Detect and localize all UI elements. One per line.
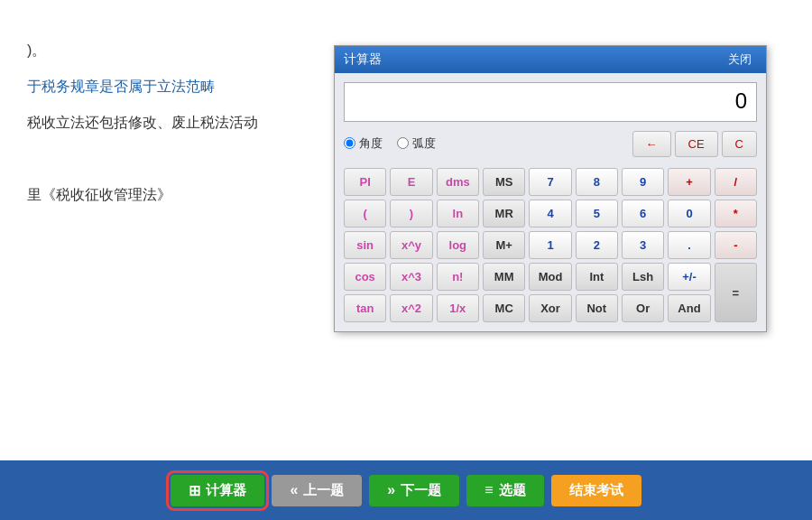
and-button[interactable]: And: [668, 294, 710, 322]
tan-button[interactable]: tan: [344, 294, 386, 322]
next-button[interactable]: » 下一题: [369, 475, 459, 506]
divide-button[interactable]: /: [715, 168, 757, 196]
close-button[interactable]: 关闭: [723, 50, 757, 70]
mc-button[interactable]: MC: [483, 294, 525, 322]
xpow2-button[interactable]: x^2: [390, 294, 432, 322]
calculator-label: 计算器: [206, 482, 246, 499]
radian-radio[interactable]: [397, 137, 409, 149]
text-line-5: 里《税收征收管理法》: [27, 181, 258, 209]
equals-button[interactable]: =: [715, 263, 757, 322]
text-line-4: [27, 144, 258, 173]
0-button[interactable]: 0: [668, 200, 710, 228]
end-button[interactable]: 结束考试: [551, 475, 641, 506]
int-button[interactable]: Int: [576, 263, 618, 291]
calculator-icon: ⊞: [189, 482, 200, 499]
or-button[interactable]: Or: [622, 294, 664, 322]
ln-button[interactable]: ln: [437, 200, 479, 228]
e-button[interactable]: E: [390, 168, 432, 196]
c-button[interactable]: C: [722, 131, 757, 157]
select-button[interactable]: ≡ 选题: [466, 475, 543, 506]
select-label: 选题: [499, 482, 526, 499]
radian-radio-label[interactable]: 弧度: [397, 135, 436, 152]
angle-radio[interactable]: [344, 137, 355, 149]
mplus-button[interactable]: M+: [483, 231, 525, 259]
text-line-1: )。: [27, 36, 258, 65]
main-content: )。 于税务规章是否属于立法范畴 税收立法还包括修改、废止税法活动 里《税收征收…: [0, 0, 812, 460]
ce-button[interactable]: CE: [675, 131, 718, 157]
reciprocal-button[interactable]: 1/x: [437, 294, 479, 322]
calc-title: 计算器: [344, 51, 382, 68]
7-button[interactable]: 7: [529, 168, 571, 196]
log-button[interactable]: log: [437, 231, 479, 259]
backspace-button[interactable]: ←: [632, 131, 671, 157]
mr-button[interactable]: MR: [483, 200, 525, 228]
mm-button[interactable]: MM: [483, 263, 525, 291]
minus-button[interactable]: -: [715, 231, 757, 259]
text-line-2: 于税务规章是否属于立法范畴: [27, 72, 258, 101]
xor-button[interactable]: Xor: [529, 294, 571, 322]
mod-button[interactable]: Mod: [529, 263, 571, 291]
2-button[interactable]: 2: [576, 231, 618, 259]
prev-label: 上一题: [303, 482, 344, 499]
next-icon: »: [387, 482, 395, 498]
6-button[interactable]: 6: [622, 200, 664, 228]
not-button[interactable]: Not: [576, 294, 618, 322]
text-line-3: 税收立法还包括修改、废止税法活动: [27, 108, 258, 137]
posneg-button[interactable]: +/-: [668, 263, 710, 291]
8-button[interactable]: 8: [576, 168, 618, 196]
top-action-area: ← CE C: [632, 131, 757, 157]
4-button[interactable]: 4: [529, 200, 571, 228]
xpowy-button[interactable]: x^y: [390, 231, 432, 259]
multiply-button[interactable]: *: [715, 200, 757, 228]
rparen-button[interactable]: ): [390, 200, 432, 228]
prev-button[interactable]: « 上一题: [272, 475, 362, 506]
ms-button[interactable]: MS: [483, 168, 525, 196]
factorial-button[interactable]: n!: [437, 263, 479, 291]
9-button[interactable]: 9: [622, 168, 664, 196]
calculator-button[interactable]: ⊞ 计算器: [171, 475, 264, 506]
dot-button[interactable]: .: [668, 231, 710, 259]
calc-titlebar: 计算器 关闭: [335, 46, 766, 73]
calc-display: 0: [344, 82, 757, 122]
xpow3-button[interactable]: x^3: [390, 263, 432, 291]
select-icon: ≡: [484, 482, 493, 498]
sin-button[interactable]: sin: [344, 231, 386, 259]
calc-radio-row: 角度 弧度: [344, 135, 436, 152]
prev-icon: «: [290, 482, 298, 498]
lsh-button[interactable]: Lsh: [622, 263, 664, 291]
end-label: 结束考试: [569, 482, 623, 499]
5-button[interactable]: 5: [576, 200, 618, 228]
pi-button[interactable]: PI: [344, 168, 386, 196]
calculator-window: 计算器 关闭 0 角度 弧度 ←: [334, 45, 767, 332]
lparen-button[interactable]: (: [344, 200, 386, 228]
bottom-toolbar: ⊞ 计算器 « 上一题 » 下一题 ≡ 选题 结束考试: [0, 460, 812, 520]
1-button[interactable]: 1: [529, 231, 571, 259]
plus-button[interactable]: +: [668, 168, 710, 196]
angle-radio-label[interactable]: 角度: [344, 135, 383, 152]
calc-button-grid: PI E dms MS 7 8 9 + / ( ) ln MR 4 5 6 0 …: [344, 168, 757, 322]
dms-button[interactable]: dms: [437, 168, 479, 196]
calc-body: 0 角度 弧度 ← CE C: [335, 73, 766, 331]
text-area: )。 于税务规章是否属于立法范畴 税收立法还包括修改、废止税法活动 里《税收征收…: [27, 36, 258, 217]
3-button[interactable]: 3: [622, 231, 664, 259]
cos-button[interactable]: cos: [344, 263, 386, 291]
next-label: 下一题: [401, 482, 441, 499]
